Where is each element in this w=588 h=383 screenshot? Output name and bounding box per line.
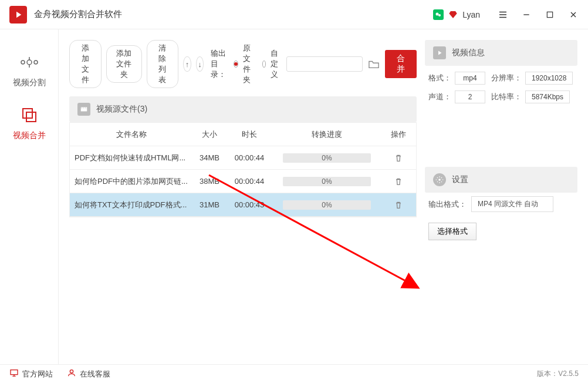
sidebar-item-label: 视频合并 — [13, 130, 46, 141]
radio-custom-label: 自定义 — [271, 48, 282, 80]
channel-value: 2 — [455, 90, 485, 103]
cell-size: 31MB — [193, 200, 226, 209]
col-name: 文件名称 — [70, 129, 193, 140]
add-file-button[interactable]: 添加文件 — [69, 40, 102, 88]
settings-panel-header: 设置 — [425, 167, 577, 193]
sidebar: 视频分割 视频合并 — [0, 29, 59, 364]
maximize-button[interactable] — [545, 9, 555, 20]
window-controls — [498, 9, 579, 20]
merge-icon — [19, 105, 40, 126]
source-panel-header: 视频源文件(3) — [69, 96, 417, 122]
cell-duration: 00:00:43 — [226, 200, 273, 209]
col-size: 大小 — [193, 129, 226, 140]
table-row[interactable]: 如何给PDF中的图片添加网页链... 38MB 00:00:44 0% — [70, 170, 416, 193]
svg-rect-11 — [11, 370, 18, 375]
resolution-label: 分辨率： — [491, 73, 522, 83]
support-icon — [67, 368, 76, 379]
cell-progress: 0% — [273, 200, 381, 210]
output-format-value: MP4 同源文件 自动 — [471, 196, 553, 212]
output-dir-label: 输出目录： — [211, 48, 229, 80]
sidebar-item-split[interactable]: 视频分割 — [0, 43, 58, 96]
online-service-link[interactable]: 在线客服 — [67, 368, 110, 379]
cell-duration: 00:00:44 — [226, 153, 273, 162]
svg-point-9 — [438, 179, 441, 181]
add-folder-button[interactable]: 添加文件夹 — [106, 45, 142, 83]
menu-icon[interactable] — [498, 9, 508, 20]
col-action: 操作 — [381, 129, 416, 140]
cell-name: 如何将TXT文本打印成PDF格式... — [70, 200, 193, 210]
version-label: 版本：V2.5.5 — [537, 369, 579, 379]
svg-point-4 — [27, 60, 32, 65]
official-site-link[interactable]: 官方网站 — [9, 368, 53, 379]
svg-point-1 — [438, 14, 441, 16]
svg-point-0 — [436, 12, 439, 15]
cell-duration: 00:00:44 — [226, 177, 273, 186]
delete-row-button[interactable] — [381, 200, 416, 210]
minimize-button[interactable] — [521, 9, 532, 20]
col-progress: 转换进度 — [273, 129, 381, 140]
file-table: 文件名称 大小 时长 转换进度 操作 PDF文档如何快速转成HTML网... 3… — [69, 122, 417, 217]
radio-original-label: 原文件夹 — [243, 43, 258, 85]
split-icon — [19, 52, 40, 73]
svg-point-5 — [34, 61, 38, 64]
table-row[interactable]: PDF文档如何快速转成HTML网... 34MB 00:00:44 0% — [70, 146, 416, 170]
svg-point-3 — [21, 61, 25, 64]
radio-original-folder[interactable] — [234, 61, 238, 68]
service-label: 在线客服 — [80, 369, 110, 379]
svg-rect-8 — [81, 107, 87, 112]
monitor-icon — [9, 368, 19, 379]
svg-rect-7 — [26, 112, 36, 122]
output-format-label: 输出格式： — [428, 199, 467, 210]
svg-rect-6 — [23, 109, 32, 118]
settings-header-label: 设置 — [452, 174, 468, 185]
cell-name: PDF文档如何快速转成HTML网... — [70, 153, 193, 163]
cell-name: 如何给PDF中的图片添加网页链... — [70, 176, 193, 187]
table-row[interactable]: 如何将TXT文本打印成PDF格式... 31MB 00:00:43 0% — [70, 193, 416, 217]
source-header-label: 视频源文件(3) — [96, 104, 147, 115]
user-area: Lyan — [433, 9, 480, 20]
sidebar-item-label: 视频分割 — [13, 78, 46, 88]
browse-folder-icon[interactable] — [367, 57, 380, 71]
gear-icon — [433, 173, 446, 186]
user-name: Lyan — [462, 10, 480, 19]
move-up-button[interactable]: ↑ — [183, 56, 191, 72]
delete-row-button[interactable] — [381, 153, 416, 163]
info-panel-header: 视频信息 — [425, 40, 577, 66]
film-icon — [77, 103, 90, 116]
app-title: 金舟视频分割合并软件 — [34, 9, 433, 20]
footer: 官方网站 在线客服 版本：V2.5.5 — [0, 364, 588, 383]
delete-row-button[interactable] — [381, 177, 416, 186]
radio-custom-folder[interactable] — [262, 61, 266, 68]
merge-button[interactable]: 合并 — [385, 50, 417, 78]
cell-progress: 0% — [273, 153, 381, 163]
format-label: 格式： — [428, 73, 451, 83]
output-path-input[interactable] — [286, 56, 363, 72]
bitrate-value: 5874Kbps — [525, 90, 570, 103]
app-logo — [9, 6, 27, 23]
play-square-icon — [433, 46, 446, 59]
select-format-button[interactable]: 选择格式 — [428, 223, 477, 240]
vip-diamond-icon[interactable] — [448, 10, 458, 19]
channel-label: 声道： — [428, 92, 451, 102]
move-down-button[interactable]: ↓ — [196, 56, 204, 72]
wechat-icon[interactable] — [433, 9, 444, 20]
toolbar: 添加文件 添加文件夹 清除列表 ↑ ↓ 输出目录： 原文件夹 自定义 合并 — [69, 40, 417, 88]
resolution-value: 1920x1028 — [525, 72, 573, 85]
close-button[interactable] — [568, 9, 579, 20]
col-duration: 时长 — [226, 129, 273, 140]
cell-size: 38MB — [193, 177, 226, 186]
svg-rect-2 — [547, 12, 552, 17]
cell-size: 34MB — [193, 153, 226, 162]
svg-point-12 — [70, 370, 73, 373]
table-header: 文件名称 大小 时长 转换进度 操作 — [70, 123, 416, 146]
bitrate-label: 比特率： — [491, 92, 522, 102]
clear-list-button[interactable]: 清除列表 — [147, 40, 179, 88]
format-value: mp4 — [455, 72, 485, 85]
official-label: 官方网站 — [22, 369, 53, 379]
cell-progress: 0% — [273, 177, 381, 186]
info-header-label: 视频信息 — [452, 48, 485, 58]
sidebar-item-merge[interactable]: 视频合并 — [0, 96, 58, 149]
title-bar: 金舟视频分割合并软件 Lyan — [0, 0, 588, 29]
